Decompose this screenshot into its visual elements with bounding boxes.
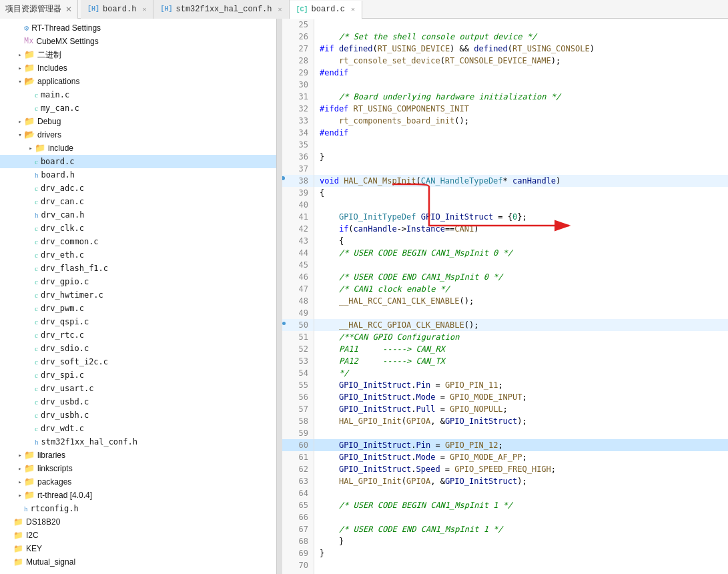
code-line-34: #endif (314, 127, 728, 139)
c-file-icon: c (35, 424, 38, 433)
code-line-49 (314, 307, 728, 319)
code-line-70 (314, 559, 728, 571)
sidebar-scrollbar[interactable] (277, 19, 282, 574)
sidebar-item-label: drv_usbd.c (41, 397, 89, 406)
sidebar-item-stm32-conf-h[interactable]: h stm32f1xx_hal_conf.h (0, 435, 276, 449)
sidebar-item-i2c[interactable]: 📁 I2C (0, 529, 276, 542)
arrow-open-icon (16, 131, 24, 139)
sidebar-item-drv-wdt-c[interactable]: c drv_wdt.c (0, 422, 276, 435)
c-file-icon: c (35, 238, 38, 246)
sidebar-item-drv-sdio-c[interactable]: c drv_sdio.c (0, 342, 276, 355)
sidebar-item-drv-usbh-c[interactable]: c drv_usbh.c (0, 408, 276, 422)
code-line-44: /* USER CODE BEGIN CAN1_MspInit 0 */ (314, 247, 728, 259)
sidebar-item-drv-can-c[interactable]: c drv_can.c (0, 195, 276, 208)
sidebar-item-board-h[interactable]: h board.h (0, 168, 276, 182)
sidebar-item-drv-gpio-c[interactable]: c drv_gpio.c (0, 275, 276, 288)
sidebar-item-drv-hwtimer-c[interactable]: c drv_hwtimer.c (0, 288, 276, 302)
c-file-icon: c (35, 411, 38, 419)
sidebar-item-my-can-c[interactable]: c my_can.c (0, 101, 276, 115)
tab-board-h-close[interactable]: ✕ (142, 5, 146, 13)
sidebar-item-rt-thread-folder[interactable]: 📁 rt-thread [4.0.4] (0, 489, 276, 502)
code-line-32: #ifdef RT_USING_COMPONENTS_INIT (314, 103, 728, 115)
arrow-closed-icon (16, 465, 24, 473)
code-line-65: /* USER CODE BEGIN CAN1_MspInit 1 */ (314, 499, 728, 511)
line-number: 53 (282, 355, 314, 367)
folder-open-icon: 📂 (24, 129, 35, 140)
sidebar-item-debug[interactable]: 📁 Debug (0, 115, 276, 128)
sidebar-item-label: stm32f1xx_hal_conf.h (41, 437, 138, 447)
sidebar-item-main-c[interactable]: c main.c (0, 88, 276, 101)
tab-board-c[interactable]: [C] board.c ✕ (290, 1, 362, 19)
line-number: 41 (282, 211, 314, 223)
line-number: 49 (282, 307, 314, 319)
sidebar-item-drv-qspi-c[interactable]: c drv_qspi.c (0, 315, 276, 328)
sidebar-item-label: drv_gpio.c (41, 277, 89, 286)
code-line-53: PA12 -----> CAN_TX (314, 355, 728, 367)
tab-stm32-close[interactable]: ✕ (278, 5, 282, 13)
sidebar-item-mutual-signal[interactable]: 📁 Mutual_signal (0, 555, 276, 569)
comment: /* USER CODE END CAN1_MspInit 0 */ (339, 272, 503, 282)
sidebar-item-drv-rtc-c[interactable]: c drv_rtc.c (0, 328, 276, 342)
code-line-28: rt_console_set_device(RT_CONSOLE_DEVICE_… (314, 55, 728, 67)
sidebar-item-libraries[interactable]: 📁 libraries (0, 449, 276, 462)
code-content[interactable]: /* Set the shell console output device *… (314, 19, 728, 574)
tab-board-h[interactable]: [H] board.h ✕ (81, 0, 153, 19)
sidebar-item-drv-pwm-c[interactable]: c drv_pwm.c (0, 302, 276, 315)
line-number: 51 (282, 331, 314, 343)
line-number: 70 (282, 559, 314, 571)
sidebar-item-drv-adc-c[interactable]: c drv_adc.c (0, 182, 276, 195)
folder-blue-icon: 📁 (13, 531, 23, 541)
code-line-41: GPIO_InitTypeDef GPIO_InitStruct = {0}; (314, 211, 728, 223)
c-file-icon: c (35, 104, 38, 112)
code-line-60: GPIO_InitStruct.Pin = GPIO_PIN_12; (314, 439, 728, 451)
sidebar-item-key[interactable]: 📁 KEY (0, 542, 276, 555)
sidebar-item-packages[interactable]: 📁 packages (0, 475, 276, 489)
comment: PA11 -----> CAN_RX (339, 344, 445, 354)
sidebar-item-include[interactable]: 📁 include (0, 141, 276, 155)
sidebar-item-cubemx-settings[interactable]: Mx CubeMX Settings (0, 35, 276, 48)
line-number: 58 (282, 415, 314, 427)
tab-board-c-close[interactable]: ✕ (351, 5, 355, 13)
sidebar-item-drv-clk-c[interactable]: c drv_clk.c (0, 222, 276, 235)
code-area: 25 26 27 28 29 30 31 32 33 34 35 36 37 3… (282, 19, 728, 574)
code-line-45 (314, 259, 728, 271)
sidebar-item-includes[interactable]: 📁 Includes (0, 61, 276, 75)
sidebar-item-drv-common-c[interactable]: c drv_common.c (0, 235, 276, 248)
sidebar-item-label: Includes (37, 63, 67, 73)
line-number: 47 (282, 283, 314, 295)
sidebar-item-drv-flash-f1-c[interactable]: c drv_flash_f1.c (0, 262, 276, 275)
sidebar-item-drivers[interactable]: 📂 drivers (0, 128, 276, 141)
sidebar-item-drv-spi-c[interactable]: c drv_spi.c (0, 368, 276, 382)
sidebar-item-drv-usbd-c[interactable]: c drv_usbd.c (0, 395, 276, 408)
comment: /* USER CODE BEGIN CAN1_MspInit 0 */ (339, 248, 512, 258)
sidebar-item-applications[interactable]: 📂 applications (0, 75, 276, 88)
code-line-26: /* Set the shell console output device *… (314, 31, 728, 43)
sidebar-item-drv-soft-i2c-c[interactable]: c drv_soft_i2c.c (0, 355, 276, 368)
folder-icon: 📁 (24, 490, 35, 501)
code-line-61: GPIO_InitStruct.Mode = GPIO_MODE_AF_PP; (314, 451, 728, 463)
code-line-33: rt_components_board_init(); (314, 115, 728, 127)
sidebar-item-drv-can-h[interactable]: h drv_can.h (0, 208, 276, 222)
sidebar-item-label: rtconfig.h (31, 504, 79, 513)
sidebar-item-ds18b20[interactable]: 📁 DS18B20 (0, 515, 276, 529)
sidebar-item-rt-thread-settings[interactable]: ⚙ RT-Thread Settings (0, 21, 276, 35)
sidebar-item-label: packages (37, 477, 71, 487)
line-number: 39 (282, 187, 314, 199)
tab-stm32-label: stm32f1xx_hal_conf.h (175, 5, 272, 14)
sidebar-item-binary[interactable]: 📁 二进制 (0, 48, 276, 61)
code-line-68: } (314, 535, 728, 547)
file-tree: ⚙ RT-Thread Settings Mx CubeMX Settings … (0, 19, 276, 571)
sidebar-item-drv-eth-c[interactable]: c drv_eth.c (0, 248, 276, 262)
tab-c-icon: [C] (296, 6, 308, 13)
sidebar-item-board-c[interactable]: c board.c (0, 155, 276, 168)
sidebar-close-icon[interactable]: ✕ (65, 5, 72, 14)
comment: /* CAN1 clock enable */ (339, 284, 450, 294)
tab-stm32-conf[interactable]: [H] stm32f1xx_hal_conf.h ✕ (153, 0, 289, 19)
sidebar-item-rtconfig-h[interactable]: h rtconfig.h (0, 502, 276, 515)
sidebar-item-drv-usart-c[interactable]: c drv_usart.c (0, 382, 276, 395)
code-editor[interactable]: 25 26 27 28 29 30 31 32 33 34 35 36 37 3… (282, 19, 728, 574)
sidebar-item-label: drv_clk.c (41, 224, 84, 233)
sidebar-item-linkscripts[interactable]: 📁 linkscripts (0, 462, 276, 475)
c-file-icon: c (35, 198, 38, 206)
code-line-39: { (314, 187, 728, 199)
